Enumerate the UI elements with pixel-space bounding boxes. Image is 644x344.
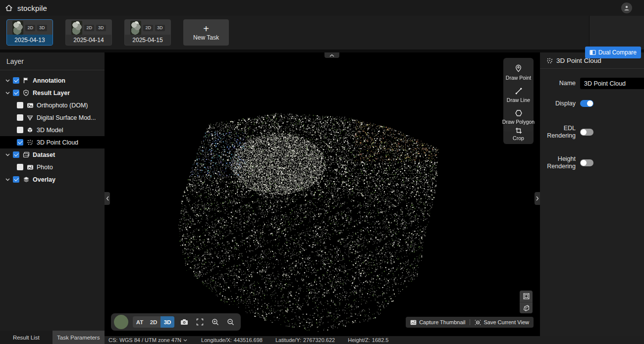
top-bar: stockpile <box>0 0 644 16</box>
chevron-down-icon[interactable] <box>5 177 10 182</box>
checkbox-result-layer[interactable] <box>13 90 19 96</box>
height-rendering-toggle[interactable] <box>580 159 593 166</box>
zoom-in-icon <box>212 318 219 326</box>
orthophoto-icon <box>26 101 34 109</box>
plus-icon: + <box>203 24 209 33</box>
tree-row-dsm[interactable]: Digital Surface Mod... <box>0 111 105 124</box>
task-thumbnail <box>71 21 82 35</box>
collapse-top-handle[interactable] <box>324 52 339 58</box>
tree-row-orthophoto[interactable]: Orthophoto (DOM) <box>0 99 105 111</box>
crop-icon <box>515 127 522 134</box>
mode-2d-button[interactable]: 2D <box>147 316 161 328</box>
draw-polygon-label: Draw Polygon <box>502 119 535 125</box>
viewport-toolbar: AT 2D 3D <box>111 313 241 331</box>
tree-row-3d-model[interactable]: 3D Model <box>0 124 105 136</box>
zoom-out-icon <box>227 318 234 326</box>
edl-rendering-toggle[interactable] <box>580 129 593 136</box>
new-task-button[interactable]: + New Task <box>183 19 229 46</box>
status-bar: CS: WGS 84 / UTM zone 47N Longitude/X: 4… <box>105 336 644 344</box>
task-card-2025-04-13[interactable]: 2D 3D 2025-04-13 <box>6 19 53 46</box>
tree-row-result-layer[interactable]: Result Layer <box>0 87 105 99</box>
right-region: Draw Point Draw Line Draw Polygon <box>105 52 644 344</box>
task-card-top: 2D 3D <box>125 20 170 35</box>
dual-compare-button[interactable]: Dual Compare <box>585 47 641 58</box>
name-label: Name <box>546 80 576 87</box>
dual-compare-icon <box>590 49 596 55</box>
chevron-down-icon[interactable] <box>5 152 10 157</box>
tree-row-overlay[interactable]: Overlay <box>0 173 105 186</box>
minimap-thumbnail[interactable] <box>114 315 128 329</box>
draw-point-button[interactable]: Draw Point <box>503 62 534 85</box>
properties-panel: 3D Point Cloud Name Display EDL Renderin <box>540 52 644 336</box>
collapse-left-handle[interactable] <box>105 192 110 205</box>
checkbox-dsm[interactable] <box>17 114 23 121</box>
layer-label: Photo <box>37 164 53 171</box>
bottom-tabs: Result List Task Parameters <box>0 331 105 344</box>
tab-result-list[interactable]: Result List <box>0 331 53 344</box>
screenshot-button[interactable] <box>179 317 190 328</box>
draw-line-icon <box>515 87 523 95</box>
task-date: 2025-04-15 <box>125 35 170 45</box>
checkbox-annotation[interactable] <box>13 77 19 84</box>
layer-tree: Annotation Result Layer Orthophoto (DOM) <box>0 70 105 186</box>
point-cloud-canvas[interactable] <box>105 52 540 336</box>
fit-view-button[interactable] <box>194 317 205 328</box>
capture-thumbnail-label: Capture Thumbnail <box>419 319 465 325</box>
camera-icon <box>180 319 188 325</box>
longitude-readout: Longitude/X: 443516.698 <box>201 337 263 343</box>
model-3d-icon <box>26 126 34 134</box>
tree-row-photo[interactable]: Photo <box>0 161 105 173</box>
side-view-cube-button[interactable] <box>520 302 533 313</box>
tree-row-annotation[interactable]: Annotation <box>0 74 105 87</box>
capture-bar: Capture Thumbnail Save Current View <box>406 317 534 328</box>
zoom-in-button[interactable] <box>210 317 220 328</box>
display-field-row: Display <box>546 100 644 107</box>
checkbox-photo[interactable] <box>17 164 23 170</box>
save-current-view-button[interactable]: Save Current View <box>475 319 529 326</box>
top-view-cube-button[interactable] <box>520 291 533 302</box>
main-area: Layer Annotation Result Layer <box>0 52 644 344</box>
task-card-top: 2D 3D <box>66 20 111 35</box>
checkbox-orthophoto[interactable] <box>17 102 23 108</box>
badge-2d: 2D <box>84 25 94 31</box>
tree-row-3d-point-cloud[interactable]: 3D Point Cloud <box>0 136 105 148</box>
capture-thumbnail-button[interactable]: Capture Thumbnail <box>410 319 465 325</box>
chevron-down-icon <box>183 339 187 342</box>
collapse-right-handle[interactable] <box>535 192 540 205</box>
checkbox-3d-model[interactable] <box>17 127 23 133</box>
badge-2d: 2D <box>143 25 153 31</box>
task-card-2025-04-14[interactable]: 2D 3D 2025-04-14 <box>65 19 112 46</box>
app-title: stockpile <box>17 4 47 12</box>
draw-point-icon <box>515 64 522 73</box>
overlay-icon <box>22 176 30 183</box>
photo-icon <box>26 163 34 171</box>
checkbox-overlay[interactable] <box>13 176 19 183</box>
zoom-out-button[interactable] <box>225 317 236 328</box>
checkbox-3d-point-cloud[interactable] <box>17 139 23 146</box>
layer-label: 3D Model <box>37 127 63 134</box>
tab-task-parameters[interactable]: Task Parameters <box>53 331 105 344</box>
capture-thumbnail-icon <box>410 320 417 325</box>
chevron-down-icon[interactable] <box>5 78 10 83</box>
user-avatar[interactable] <box>621 2 632 13</box>
display-toggle[interactable] <box>580 100 593 107</box>
name-input[interactable] <box>580 78 644 89</box>
new-task-label: New Task <box>193 34 219 41</box>
badge-3d: 3D <box>37 25 47 31</box>
chevron-down-icon[interactable] <box>5 91 10 96</box>
checkbox-dataset[interactable] <box>13 151 19 158</box>
coordinate-system-selector[interactable]: CS: WGS 84 / UTM zone 47N <box>108 337 187 343</box>
task-card-2025-04-15[interactable]: 2D 3D 2025-04-15 <box>124 19 171 46</box>
mode-at-button[interactable]: AT <box>133 316 147 328</box>
tree-row-dataset[interactable]: Dataset <box>0 148 105 161</box>
capture-bar-divider <box>470 319 470 325</box>
draw-tools-panel: Draw Point Draw Line Draw Polygon <box>503 58 534 132</box>
draw-line-button[interactable]: Draw Line <box>503 85 534 107</box>
mode-3d-button[interactable]: 3D <box>161 316 174 328</box>
point-cloud-icon <box>26 139 34 146</box>
latitude-readout: Latitude/Y: 2767320.622 <box>275 337 335 343</box>
edl-field-row: EDL Rendering <box>546 125 644 139</box>
home-icon[interactable] <box>5 4 13 12</box>
crop-button[interactable]: Crop <box>503 125 534 144</box>
layer-panel: Layer Annotation Result Layer <box>0 52 105 331</box>
